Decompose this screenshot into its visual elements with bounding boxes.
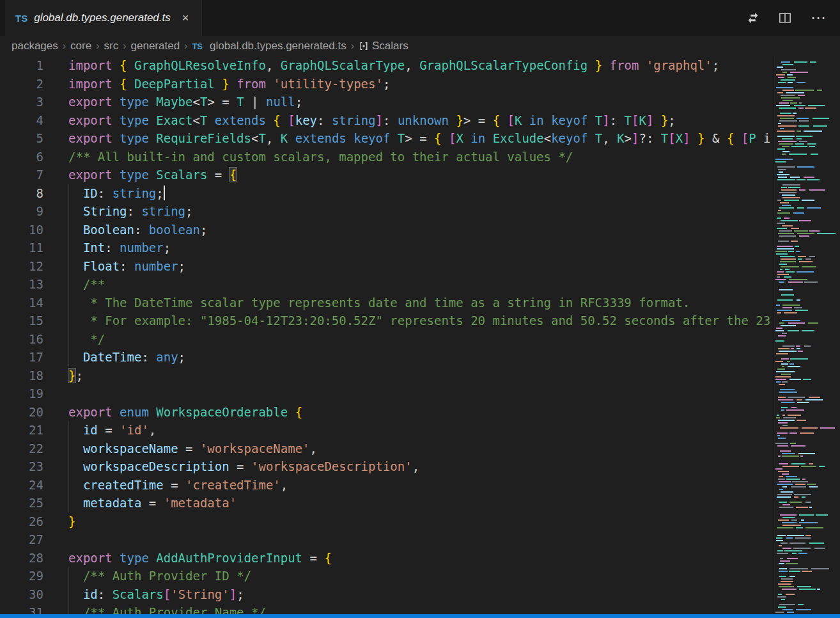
line-number[interactable]: 26 bbox=[0, 512, 43, 531]
line-content: }; bbox=[68, 367, 83, 385]
code-line-16[interactable]: 16 */ bbox=[0, 330, 774, 349]
line-number[interactable]: 25 bbox=[0, 494, 43, 512]
code-line-12[interactable]: 12 Float: number; bbox=[0, 257, 774, 276]
line-number[interactable]: 24 bbox=[0, 476, 43, 495]
indent-guide bbox=[68, 184, 69, 203]
line-number[interactable]: 30 bbox=[0, 585, 43, 604]
code-line-14[interactable]: 14 * The DateTime scalar type represents… bbox=[0, 294, 774, 312]
code-line-30[interactable]: 30 id: Scalars['String']; bbox=[0, 585, 774, 604]
code-line-31[interactable]: 31 /** Auth Provider Name */ bbox=[0, 603, 774, 614]
code-line-25[interactable]: 25 metadata = 'metadata' bbox=[0, 494, 774, 512]
tab-label: global.db.types.generated.ts bbox=[34, 12, 171, 24]
line-number[interactable]: 9 bbox=[0, 202, 43, 221]
code-line-3[interactable]: 3export type Maybe<T> = T | null; bbox=[0, 93, 774, 111]
code-line-9[interactable]: 9 String: string; bbox=[0, 202, 774, 221]
code-line-18[interactable]: 18}; bbox=[0, 367, 774, 385]
line-content: /** All built-in and custom scalars, map… bbox=[68, 148, 573, 166]
indent-guide bbox=[68, 221, 69, 239]
indent-guide bbox=[68, 202, 69, 221]
indent-guide bbox=[68, 239, 69, 257]
code-line-29[interactable]: 29 /** Auth Provider ID */ bbox=[0, 567, 774, 585]
line-number[interactable]: 27 bbox=[0, 530, 43, 549]
code-line-6[interactable]: 6/** All built-in and custom scalars, ma… bbox=[0, 148, 774, 166]
line-number[interactable]: 13 bbox=[0, 275, 43, 294]
line-number[interactable]: 7 bbox=[0, 166, 43, 184]
indent-guide bbox=[68, 257, 69, 276]
line-number[interactable]: 28 bbox=[0, 549, 43, 567]
code-line-28[interactable]: 28export type AddAuthProviderInput = { bbox=[0, 549, 774, 567]
line-number[interactable]: 20 bbox=[0, 403, 43, 422]
line-number[interactable]: 22 bbox=[0, 440, 43, 458]
code-line-10[interactable]: 10 Boolean: boolean; bbox=[0, 221, 774, 239]
line-number[interactable]: 12 bbox=[0, 257, 43, 276]
breadcrumb-item-src[interactable]: src bbox=[104, 40, 119, 52]
line-number[interactable]: 4 bbox=[0, 111, 43, 130]
breadcrumb-separator: › bbox=[184, 40, 187, 52]
line-number[interactable]: 21 bbox=[0, 421, 43, 440]
close-icon[interactable]: × bbox=[180, 10, 192, 26]
split-editor-icon[interactable] bbox=[779, 12, 791, 24]
code-editor[interactable]: 1import { GraphQLResolveInfo, GraphQLSca… bbox=[0, 56, 774, 614]
breadcrumb-item-scalars[interactable]: Scalars bbox=[359, 40, 408, 52]
code-line-11[interactable]: 11 Int: number; bbox=[0, 239, 774, 257]
line-content: export type Maybe<T> = T | null; bbox=[68, 93, 302, 111]
code-line-4[interactable]: 4export type Exact<T extends { [key: str… bbox=[0, 111, 774, 130]
code-line-21[interactable]: 21 id = 'id', bbox=[0, 421, 774, 440]
code-line-8[interactable]: 8 ID: string; bbox=[0, 184, 774, 203]
line-content: Float: number; bbox=[68, 257, 185, 276]
line-content: workspaceDescription = 'workspaceDescrip… bbox=[68, 457, 419, 476]
line-number[interactable]: 5 bbox=[0, 129, 43, 148]
line-number[interactable]: 2 bbox=[0, 75, 43, 93]
breadcrumb-item-global-db-types-generated-ts[interactable]: TSglobal.db.types.generated.ts bbox=[192, 40, 346, 52]
more-actions-icon[interactable]: ⋯ bbox=[811, 12, 826, 24]
breadcrumb-label: generated bbox=[131, 40, 180, 52]
code-line-13[interactable]: 13 /** bbox=[0, 275, 774, 294]
line-number[interactable]: 8 bbox=[0, 184, 43, 203]
line-number[interactable]: 14 bbox=[0, 294, 43, 312]
code-line-20[interactable]: 20export enum WorkspaceOrderable { bbox=[0, 403, 774, 422]
indent-guide bbox=[68, 275, 69, 294]
code-line-15[interactable]: 15 * For example: "1985-04-12T23:20:50.5… bbox=[0, 312, 774, 330]
line-content: /** Auth Provider ID */ bbox=[68, 567, 251, 585]
line-number[interactable]: 3 bbox=[0, 93, 43, 111]
code-line-7[interactable]: 7export type Scalars = { bbox=[0, 166, 774, 184]
breadcrumb-item-packages[interactable]: packages bbox=[12, 40, 58, 52]
breadcrumb-item-generated[interactable]: generated bbox=[131, 40, 180, 52]
line-number[interactable]: 6 bbox=[0, 148, 43, 166]
line-number[interactable]: 10 bbox=[0, 221, 43, 239]
tab-bar: TS global.db.types.generated.ts × ⋯ bbox=[0, 0, 840, 36]
line-content: String: string; bbox=[68, 202, 193, 221]
line-content: } bbox=[68, 512, 75, 531]
line-number[interactable]: 23 bbox=[0, 457, 43, 476]
line-number[interactable]: 17 bbox=[0, 348, 43, 367]
minimap[interactable] bbox=[774, 56, 840, 614]
breadcrumb-separator: › bbox=[351, 40, 354, 52]
line-number[interactable]: 29 bbox=[0, 567, 43, 585]
line-number[interactable]: 31 bbox=[0, 603, 43, 614]
code-line-27[interactable]: 27 bbox=[0, 530, 774, 549]
code-line-1[interactable]: 1import { GraphQLResolveInfo, GraphQLSca… bbox=[0, 56, 774, 75]
code-line-26[interactable]: 26} bbox=[0, 512, 774, 531]
open-changes-icon[interactable] bbox=[747, 12, 759, 24]
code-line-5[interactable]: 5export type RequireFields<T, K extends … bbox=[0, 129, 774, 148]
code-line-19[interactable]: 19 bbox=[0, 384, 774, 403]
text-cursor bbox=[164, 186, 165, 200]
code-line-23[interactable]: 23 workspaceDescription = 'workspaceDesc… bbox=[0, 457, 774, 476]
line-number[interactable]: 19 bbox=[0, 384, 43, 403]
tab-global-db-types-generated-ts[interactable]: TS global.db.types.generated.ts × bbox=[5, 0, 202, 36]
indent-guide bbox=[68, 294, 69, 312]
indent-guide bbox=[68, 567, 69, 585]
breadcrumb-label: Scalars bbox=[372, 40, 408, 52]
code-line-22[interactable]: 22 workspaceName = 'workspaceName', bbox=[0, 440, 774, 458]
indent-guide bbox=[68, 440, 69, 458]
breadcrumb-item-core[interactable]: core bbox=[70, 40, 91, 52]
line-number[interactable]: 11 bbox=[0, 239, 43, 257]
code-line-2[interactable]: 2import { DeepPartial } from 'utility-ty… bbox=[0, 75, 774, 93]
code-line-24[interactable]: 24 createdTime = 'createdTime', bbox=[0, 476, 774, 495]
line-number[interactable]: 16 bbox=[0, 330, 43, 349]
line-number[interactable]: 15 bbox=[0, 312, 43, 330]
line-number[interactable]: 1 bbox=[0, 56, 43, 75]
line-number[interactable]: 18 bbox=[0, 367, 43, 385]
code-line-17[interactable]: 17 DateTime: any; bbox=[0, 348, 774, 367]
indent-guide bbox=[68, 476, 69, 495]
